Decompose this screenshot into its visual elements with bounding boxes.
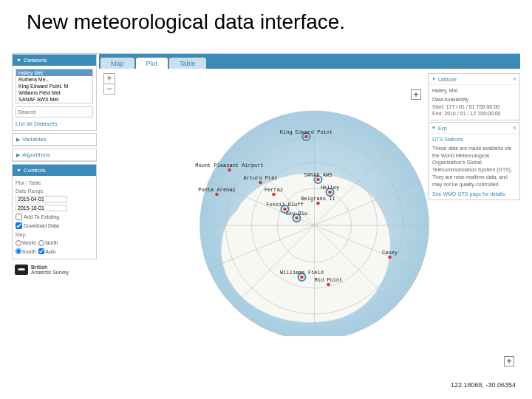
station-label: Fossil Bluff (266, 202, 303, 208)
station-dot[interactable] (328, 190, 332, 194)
latitude-loc: Halley, Met (432, 87, 516, 95)
app-wrapper: ▼ Datasets Halley Met Rothera Me.. King … (12, 53, 520, 390)
map[interactable]: + − + + King Edward PointMount Pleasant … (99, 69, 520, 390)
slide-title: New meteorological data interface. (0, 0, 532, 40)
date-from-input[interactable] (16, 196, 67, 202)
station-label: Sky-Blu (286, 211, 307, 216)
latitude-l2: End: 2016 / 01 / 12 T00:00:00 (432, 110, 516, 117)
zoom-out-button[interactable]: − (104, 84, 115, 94)
station-label: Ferraz (265, 187, 283, 193)
station-label: Williams Field (280, 270, 324, 276)
station-label: Mount Pleasant Airport (195, 163, 263, 168)
exp-text: These data are made available via the Wo… (432, 145, 516, 188)
station-label: Casey (382, 250, 398, 256)
sidebar: ▼ Datasets Halley Met Rothera Me.. King … (12, 54, 97, 390)
auto-checkbox[interactable] (38, 248, 44, 254)
datasets-panel: ▼ Datasets Halley Met Rothera Me.. King … (12, 54, 97, 131)
exp-link[interactable]: See WMO GTS page for details. (432, 191, 516, 198)
station-label: Punta Arenas (198, 187, 235, 193)
station-label: Mid Point (315, 277, 343, 283)
station-dot[interactable] (300, 275, 304, 279)
datasets-header[interactable]: ▼ Datasets (13, 55, 96, 66)
download-checkbox[interactable] (16, 222, 22, 229)
station-dot[interactable] (228, 168, 231, 171)
add-existing-checkbox[interactable] (16, 214, 22, 220)
bas-icon (15, 265, 28, 275)
latitude-panel: ▼Latitude× Halley, Met Data Availability… (428, 73, 520, 120)
station-dot[interactable] (316, 177, 320, 181)
latitude-l1: Start: 177 / 01 / 01 T00:00:00 (432, 103, 516, 111)
plot-table-label: Plot / Table (16, 179, 93, 187)
latitude-avail: Data Availability (432, 96, 516, 103)
zoom-in-button[interactable]: + (104, 74, 115, 84)
tab-plot[interactable]: Plot (136, 58, 168, 69)
chevron-right-icon: ▶ (16, 152, 20, 158)
main: Map Plot Table + − + + (99, 54, 520, 390)
station-dot[interactable] (304, 134, 308, 138)
station-label: Arturo Prat (243, 175, 277, 181)
north-radio[interactable] (38, 240, 44, 246)
logo-line1: British (31, 265, 69, 270)
south-radio[interactable] (16, 248, 21, 254)
exp-title: Exp (438, 126, 447, 131)
add-layer-button[interactable]: + (411, 89, 421, 100)
bas-logo: British Antarctic Survey (12, 262, 97, 278)
controls-panel: ▼ Controls Plot / Table Date Range Add T… (12, 164, 97, 259)
add-panel-button[interactable]: + (504, 356, 514, 366)
station-dot[interactable] (388, 255, 392, 259)
tabs: Map Plot Table (99, 54, 520, 69)
exp-panel: ▼Exp× GTS Stations These data are made a… (428, 122, 520, 200)
panel-title: Datasets (24, 57, 47, 64)
station-label: Belgrano II (301, 196, 335, 202)
algorithms-header[interactable]: ▶ Algorithms (13, 149, 96, 161)
variables-panel: ▶ Variables (12, 133, 97, 146)
close-icon[interactable]: × (513, 75, 516, 83)
map-label: Map (16, 231, 93, 239)
panel-title: Controls (24, 167, 46, 174)
controls-header[interactable]: ▼ Controls (13, 165, 96, 176)
chevron-down-icon: ▼ (432, 126, 436, 130)
exp-sub: GTS Stations (432, 136, 516, 143)
station-label: King Edward Point (280, 129, 332, 135)
chevron-down-icon: ▼ (432, 77, 436, 81)
station-dot[interactable] (215, 192, 219, 196)
station-label: SANAE AWS (304, 172, 332, 178)
date-range-label: Date Range (16, 187, 93, 195)
list-all-button[interactable]: List all Datasets (16, 120, 93, 127)
close-icon[interactable]: × (513, 124, 516, 132)
logo-line2: Antarctic Survey (31, 270, 69, 275)
chevron-right-icon: ▶ (16, 137, 20, 143)
coords-readout: 122.18068, -30.06354 (451, 381, 516, 389)
zoom-controls: + − (103, 73, 115, 95)
station-dot[interactable] (327, 282, 330, 286)
dataset-list[interactable]: Halley Met Rothera Me.. King Edward Poin… (16, 69, 93, 103)
chevron-down-icon: ▼ (16, 168, 21, 173)
add-existing-label: Add To Existing (24, 213, 59, 221)
list-item[interactable]: Halley Met (16, 69, 92, 76)
list-item[interactable]: Williams Field Met (16, 89, 92, 96)
tab-map[interactable]: Map (100, 58, 134, 69)
world-radio[interactable] (16, 240, 21, 246)
list-item[interactable]: SANAF AWS Met (16, 96, 92, 103)
download-label: Download Data (24, 222, 59, 230)
chevron-down-icon: ▼ (16, 58, 21, 63)
station-label: Halley (321, 185, 339, 191)
station-dot[interactable] (316, 201, 320, 205)
station-dot[interactable] (295, 216, 299, 219)
panel-title: Variables (22, 136, 47, 143)
list-item[interactable]: Rothera Me.. (16, 76, 92, 83)
panel-title: Algorithms (22, 151, 50, 158)
tab-table[interactable]: Table (169, 58, 206, 69)
polar-map[interactable]: King Edward PointMount Pleasant AirportA… (134, 100, 466, 336)
variables-header[interactable]: ▶ Variables (13, 134, 96, 146)
latitude-title: Latitude (438, 77, 457, 82)
list-item[interactable]: King Edward Point. M (16, 83, 92, 89)
search-input[interactable] (16, 106, 93, 117)
algorithms-panel: ▶ Algorithms (12, 149, 97, 162)
station-dot[interactable] (272, 192, 276, 196)
date-to-input[interactable] (16, 205, 67, 211)
station-dot[interactable] (259, 180, 262, 184)
